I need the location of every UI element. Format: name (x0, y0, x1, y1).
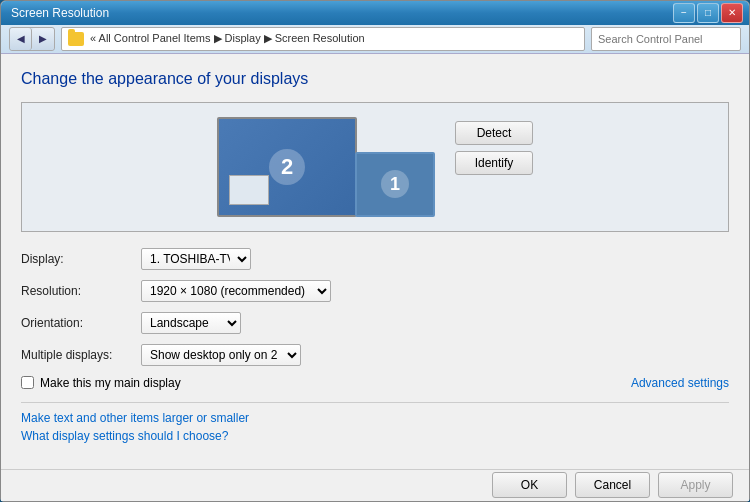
forward-button[interactable]: ▶ (32, 28, 54, 50)
orientation-row: Orientation: Landscape (21, 312, 729, 334)
monitor-1[interactable]: 1 (355, 152, 435, 217)
search-input[interactable] (598, 33, 734, 45)
form-section: Display: 1. TOSHIBA-TV Resolution: 1920 … (21, 248, 729, 366)
multiple-displays-label: Multiple displays: (21, 348, 141, 362)
orientation-control: Landscape (141, 312, 241, 334)
apply-button[interactable]: Apply (658, 472, 733, 498)
checkbox-row: Make this my main display Advanced setti… (21, 376, 729, 390)
content-area: Change the appearance of your displays 2… (1, 54, 749, 469)
minimize-button[interactable]: − (673, 3, 695, 23)
title-bar: Screen Resolution − □ ✕ (1, 1, 749, 25)
orientation-label: Orientation: (21, 316, 141, 330)
resolution-dropdown[interactable]: 1920 × 1080 (recommended) (141, 280, 331, 302)
window-title: Screen Resolution (11, 6, 109, 20)
main-display-checkbox[interactable] (21, 376, 34, 389)
larger-items-link[interactable]: Make text and other items larger or smal… (21, 411, 729, 425)
resolution-control: 1920 × 1080 (recommended) (141, 280, 331, 302)
monitor-1-label: 1 (381, 170, 409, 198)
main-display-label: Make this my main display (40, 376, 181, 390)
multiple-displays-dropdown[interactable]: Show desktop only on 2 (141, 344, 301, 366)
identify-button[interactable]: Identify (455, 151, 533, 175)
title-bar-controls: − □ ✕ (673, 3, 743, 23)
display-row: Display: 1. TOSHIBA-TV (21, 248, 729, 270)
display-control: 1. TOSHIBA-TV (141, 248, 251, 270)
folder-icon (68, 32, 84, 46)
display-settings-link[interactable]: What display settings should I choose? (21, 429, 729, 443)
display-preview-inner: 2 1 (217, 117, 435, 217)
resolution-label: Resolution: (21, 284, 141, 298)
display-label: Display: (21, 252, 141, 266)
monitor-side-buttons: Detect Identify (455, 117, 533, 175)
orientation-dropdown[interactable]: Landscape (141, 312, 241, 334)
close-button[interactable]: ✕ (721, 3, 743, 23)
main-window: Screen Resolution − □ ✕ ◀ ▶ « All Contro… (0, 0, 750, 502)
divider (21, 402, 729, 403)
advanced-settings-link[interactable]: Advanced settings (631, 376, 729, 390)
ok-button[interactable]: OK (492, 472, 567, 498)
display-preview-container: 2 1 Detect Identify (21, 102, 729, 232)
multiple-displays-control: Show desktop only on 2 (141, 344, 301, 366)
display-dropdown[interactable]: 1. TOSHIBA-TV (141, 248, 251, 270)
monitor-2-label: 2 (269, 149, 305, 185)
back-button[interactable]: ◀ (10, 28, 32, 50)
links-section: Make text and other items larger or smal… (21, 411, 729, 443)
nav-btn-group: ◀ ▶ (9, 27, 55, 51)
monitor-2-small-preview (229, 175, 269, 205)
monitor-2[interactable]: 2 (217, 117, 357, 217)
page-title: Change the appearance of your displays (21, 70, 729, 88)
maximize-button[interactable]: □ (697, 3, 719, 23)
cancel-button[interactable]: Cancel (575, 472, 650, 498)
address-path: « All Control Panel Items ▶ Display ▶ Sc… (61, 27, 585, 51)
bottom-bar: OK Cancel Apply (1, 469, 749, 501)
multiple-displays-row: Multiple displays: Show desktop only on … (21, 344, 729, 366)
breadcrumb-text: « All Control Panel Items ▶ Display ▶ Sc… (90, 32, 365, 45)
search-box[interactable] (591, 27, 741, 51)
resolution-row: Resolution: 1920 × 1080 (recommended) (21, 280, 729, 302)
detect-button[interactable]: Detect (455, 121, 533, 145)
address-bar: ◀ ▶ « All Control Panel Items ▶ Display … (1, 25, 749, 54)
